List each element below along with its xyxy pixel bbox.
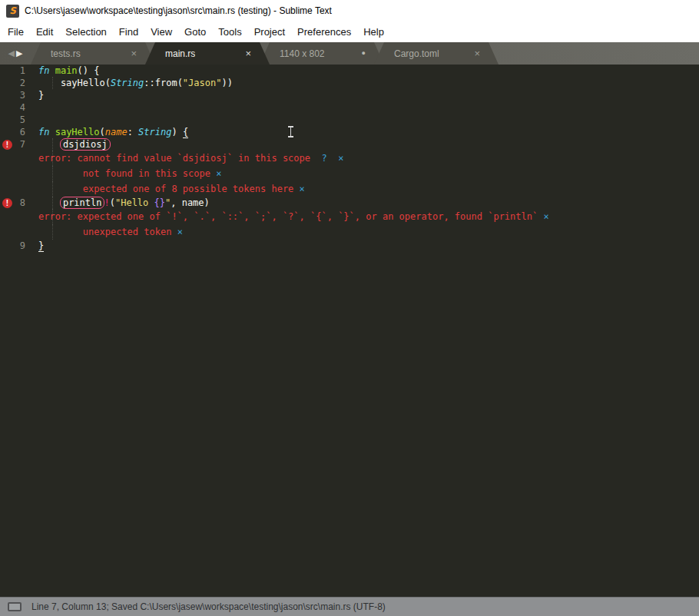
line-number: 1 — [20, 65, 25, 77]
code-token: ::from( — [144, 78, 183, 88]
gutter: 9 — [0, 240, 38, 252]
tab-close-icon[interactable]: × — [474, 48, 480, 58]
gutter — [0, 151, 38, 166]
annotation-close-icon[interactable]: × — [543, 211, 548, 222]
menu-tools[interactable]: Tools — [212, 23, 247, 41]
gutter: 6 — [0, 126, 38, 138]
code-line-6: 6fn sayHello(name: String) { — [0, 126, 699, 138]
error-highlight-box: println — [60, 197, 105, 209]
menu-selection[interactable]: Selection — [59, 23, 112, 41]
line-content: error: expected one of `!`, `.`, `::`, `… — [38, 209, 549, 224]
menu-find[interactable]: Find — [113, 23, 144, 41]
error-annotation-line: unexpected token × — [0, 224, 699, 240]
menu-preferences[interactable]: Preferences — [291, 23, 357, 41]
code-line-9: 9} — [0, 240, 699, 252]
code-token: ! — [104, 197, 109, 208]
code-token: error: expected one of `!`, `.`, `::`, `… — [38, 211, 543, 222]
annotation-help-icon[interactable]: ? — [321, 153, 326, 164]
error-icon: ! — [2, 198, 12, 208]
error-annotation-line: expected one of 8 possible tokens here × — [0, 181, 699, 197]
code-token: error: cannot find value `dsjdiosj` in t… — [38, 153, 310, 164]
line-number: 2 — [20, 77, 25, 89]
code-token: } — [38, 90, 44, 101]
tab-1140-x-802[interactable]: 1140 x 802● — [260, 42, 384, 65]
annotation-close-icon[interactable]: × — [338, 153, 343, 164]
code-line-8: !8 println!("Hello {}", name) — [0, 197, 699, 209]
tab-strip: tests.rs×main.rs×1140 x 802●Cargo.toml× — [31, 42, 499, 65]
line-number: 7 — [20, 138, 25, 151]
annotation-close-icon[interactable]: × — [177, 227, 183, 237]
line-content: not found in this scope × — [38, 166, 221, 181]
code-token: not found in this scope — [38, 168, 216, 179]
gutter: !7 — [0, 138, 38, 151]
title-bar: S C:\Users\jasew\workspace\testing\jason… — [0, 0, 699, 22]
code-token — [38, 139, 61, 150]
code-line-5: 5 — [0, 114, 699, 126]
code-token — [310, 153, 321, 164]
annotation-close-icon[interactable]: × — [300, 184, 305, 194]
code-token: main — [55, 65, 78, 76]
line-content: error: cannot find value `dsjdiosj` in t… — [38, 151, 343, 166]
line-number: 4 — [20, 101, 25, 114]
code-line-2: 2 sayHello(String::from("Jason")) — [0, 77, 699, 89]
line-content: } — [38, 240, 44, 252]
line-content: } — [38, 89, 44, 101]
code-token: )) — [221, 78, 232, 88]
code-token — [49, 127, 55, 137]
line-content: println!("Hello {}", name) — [38, 197, 210, 209]
gutter: 5 — [0, 114, 38, 126]
tab-label: 1140 x 802 — [280, 48, 325, 59]
code-token: String — [138, 127, 171, 137]
tab-tests.rs[interactable]: tests.rs× — [31, 42, 155, 65]
tab-label: main.rs — [165, 48, 195, 59]
code-line-4: 4 — [0, 101, 699, 114]
code-token: { — [183, 127, 188, 138]
sublime-text-logo-icon: S — [6, 5, 19, 18]
line-content: fn sayHello(name: String) { — [38, 126, 188, 138]
nav-forward-icon[interactable]: ▶ — [16, 49, 22, 58]
code-editor[interactable]: 1fn main() {2 sayHello(String::from("Jas… — [0, 65, 699, 597]
code-token: ( — [99, 127, 104, 137]
status-panel-icon — [8, 602, 22, 611]
menu-help[interactable]: Help — [357, 23, 390, 41]
tab-close-icon[interactable]: × — [131, 48, 137, 58]
code-token: } — [38, 240, 44, 252]
gutter: 2 — [0, 77, 38, 89]
tab-label: Cargo.toml — [394, 48, 439, 59]
menu-goto[interactable]: Goto — [178, 23, 212, 41]
code-token: ) — [171, 127, 182, 137]
gutter — [0, 224, 38, 240]
code-token — [49, 65, 55, 76]
gutter — [0, 181, 38, 197]
menu-file[interactable]: File — [2, 23, 30, 41]
menu-view[interactable]: View — [144, 23, 178, 41]
menu-edit[interactable]: Edit — [30, 23, 59, 41]
line-number: 6 — [20, 126, 25, 138]
tab-main.rs[interactable]: main.rs× — [145, 42, 270, 65]
tab-label: tests.rs — [51, 48, 81, 59]
error-annotation-line: error: expected one of `!`, `.`, `::`, `… — [0, 209, 699, 224]
error-annotation-line: error: cannot find value `dsjdiosj` in t… — [0, 151, 699, 166]
code-token — [327, 153, 338, 164]
line-number: 5 — [20, 114, 25, 126]
line-content: dsjdiosj — [38, 138, 110, 151]
tab-nav-arrows: ◀ ▶ — [0, 42, 31, 65]
menu-project[interactable]: Project — [248, 23, 291, 41]
code-token: {} — [154, 197, 165, 208]
annotation-close-icon[interactable]: × — [216, 168, 221, 179]
tab-close-icon[interactable]: × — [245, 48, 251, 58]
error-highlight-box: dsjdiosj — [60, 138, 111, 151]
line-number: 8 — [20, 197, 25, 209]
code-token: fn — [38, 65, 49, 76]
code-token: name — [105, 127, 128, 137]
tab-modified-dot-icon[interactable]: ● — [362, 50, 366, 57]
code-rows: 1fn main() {2 sayHello(String::from("Jas… — [0, 65, 699, 252]
line-content: fn main() { — [38, 65, 100, 77]
code-token: "Jason" — [183, 78, 222, 88]
gutter: 1 — [0, 65, 38, 77]
code-token: sayHello — [55, 127, 100, 137]
code-line-7: !7 dsjdiosj — [0, 138, 699, 151]
tab-cargo.toml[interactable]: Cargo.toml× — [374, 42, 499, 65]
nav-back-icon[interactable]: ◀ — [8, 49, 15, 58]
line-number: 3 — [20, 89, 25, 101]
